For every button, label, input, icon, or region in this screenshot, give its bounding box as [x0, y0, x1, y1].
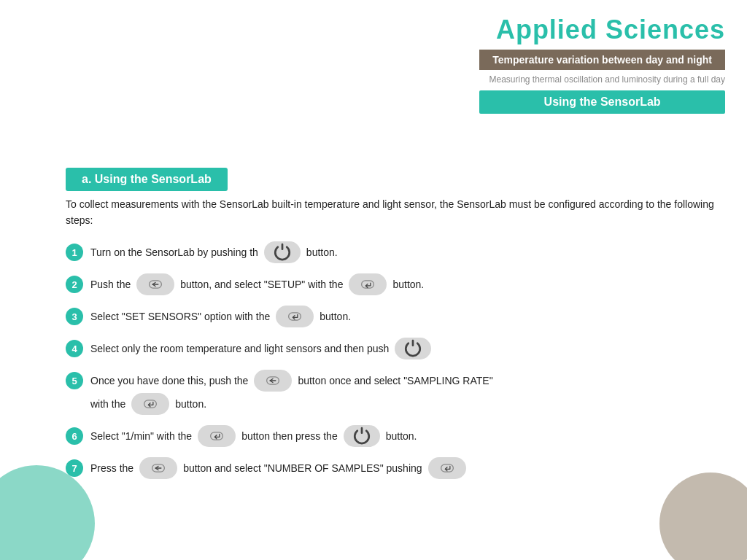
- step-5-line2: with the button.: [90, 393, 493, 415]
- step-2-text-before: Push the: [90, 276, 131, 294]
- step-3-text-before: Select "SET SENSORS" option with the: [90, 308, 270, 326]
- enter-button-icon-7b: [428, 457, 466, 479]
- step-7: 7 Press the button and select "NUMBER OF…: [66, 457, 718, 479]
- step-6-text-before: Select "1/min" with the: [90, 427, 192, 446]
- step-1-text-before: Turn on the SensorLab by pushing th: [90, 244, 258, 262]
- section-heading: a. Using the SensorLab: [66, 168, 228, 191]
- step-1-text-after: button.: [306, 244, 338, 262]
- step-6-text-middle: button then press the: [241, 427, 338, 446]
- step-number-1: 1: [66, 244, 83, 261]
- header: Applied Sciences Temperature variation b…: [479, 15, 725, 114]
- step-6-text: Select "1/min" with the button then pres…: [90, 425, 417, 447]
- step-7-text-middle: button and select "NUMBER OF SAMPLES" pu…: [183, 459, 422, 478]
- step-2-text: Push the button, and select "SETUP" with…: [90, 273, 424, 295]
- step-4-text: Select only the room temperature and lig…: [90, 338, 433, 359]
- back-button-icon-2a: [136, 273, 174, 295]
- back-button-icon-7: [139, 457, 177, 479]
- back-button-icon-5: [254, 370, 292, 392]
- step-3: 3 Select "SET SENSORS" option with the b…: [66, 306, 718, 327]
- step-5-line1: Once you have done this, push the button…: [90, 370, 493, 392]
- power-button-icon-1: [264, 241, 301, 263]
- power-button-icon-6: [344, 425, 380, 447]
- step-5: 5 Once you have done this, push the butt…: [66, 370, 718, 415]
- step-7-text: Press the button and select "NUMBER OF S…: [90, 457, 468, 479]
- step-number-3: 3: [66, 308, 83, 325]
- enter-button-icon-3: [276, 306, 314, 327]
- step-number-5: 5: [66, 372, 83, 389]
- step-5-text-middle: button once and select "SAMPLING RATE": [298, 375, 492, 386]
- using-label: Using the SensorLab: [479, 90, 725, 114]
- step-number-7: 7: [66, 459, 83, 477]
- step-1-text: Turn on the SensorLab by pushing th butt…: [90, 241, 338, 263]
- step-2-text-middle: button, and select "SETUP" with the: [180, 276, 343, 294]
- step-5-line2-before: with the: [90, 398, 125, 410]
- app-title: Applied Sciences: [479, 15, 725, 45]
- step-1: 1 Turn on the SensorLab by pushing th bu…: [66, 241, 718, 263]
- power-button-icon-4: [395, 338, 431, 359]
- intro-text: To collect measurements with the SensorL…: [66, 197, 718, 228]
- step-5-text: Once you have done this, push the button…: [90, 370, 493, 415]
- step-2-text-after: button.: [392, 276, 424, 294]
- step-4-text-before: Select only the room temperature and lig…: [90, 340, 389, 358]
- step-3-text-after: button.: [320, 308, 351, 326]
- step-number-6: 6: [66, 427, 83, 445]
- step-2: 2 Push the button, and select "SETUP" wi…: [66, 273, 718, 295]
- enter-button-icon-2b: [349, 273, 387, 295]
- main-content: To collect measurements with the SensorL…: [66, 197, 718, 489]
- step-3-text: Select "SET SENSORS" option with the but…: [90, 306, 351, 327]
- step-number-4: 4: [66, 340, 83, 357]
- step-number-2: 2: [66, 276, 83, 293]
- measuring-text: Measuring thermal oscillation and lumino…: [479, 74, 725, 85]
- step-7-text-before: Press the: [90, 459, 133, 478]
- subtitle-bar: Temperature variation between day and ni…: [479, 50, 725, 70]
- step-4: 4 Select only the room temperature and l…: [66, 338, 718, 359]
- enter-button-icon-5b: [131, 393, 169, 415]
- step-6-text-after: button.: [386, 427, 417, 446]
- step-5-text-before: Once you have done this, push the: [90, 375, 248, 386]
- enter-button-icon-6a: [198, 425, 236, 447]
- step-6: 6 Select "1/min" with the button then pr…: [66, 425, 718, 447]
- step-5-line2-after: button.: [175, 398, 206, 410]
